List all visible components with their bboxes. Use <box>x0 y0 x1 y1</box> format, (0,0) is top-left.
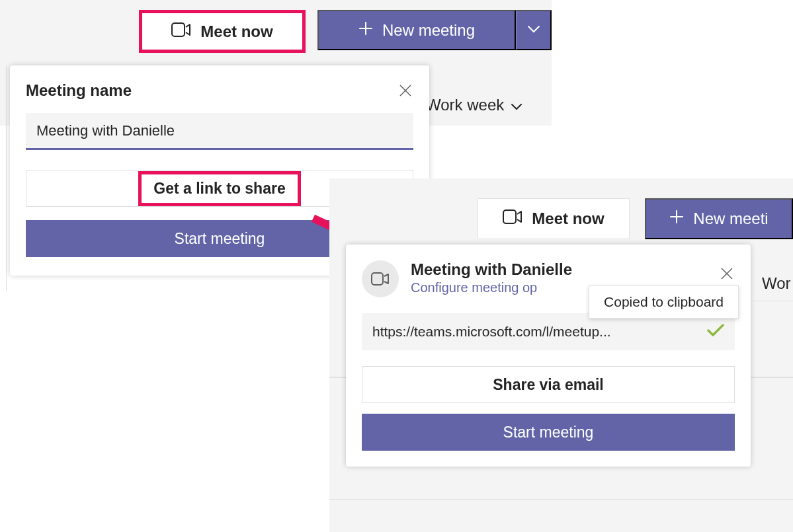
meeting-link-text: https://teams.microsoft.com/l/meetup... <box>372 324 700 340</box>
work-week-label: Work week <box>426 96 504 114</box>
meeting-name-input[interactable] <box>26 113 413 150</box>
grid-line <box>0 66 7 291</box>
work-week-selector[interactable]: Work week <box>426 96 522 114</box>
meet-now-button-highlighted[interactable]: Meet now <box>139 10 306 53</box>
copied-tooltip: Copied to clipboard <box>589 285 739 319</box>
plus-icon <box>669 209 684 228</box>
grid-line <box>753 301 793 301</box>
popup-header: Meeting with Danielle Configure meeting … <box>362 260 735 297</box>
start-meeting-button[interactable]: Start meeting <box>362 414 735 451</box>
close-button[interactable] <box>397 83 413 98</box>
popup-title: Meeting name <box>26 81 132 100</box>
video-icon <box>171 22 191 41</box>
new-meeting-dropdown[interactable] <box>516 10 552 50</box>
video-icon-circle <box>362 260 399 297</box>
plus-icon <box>358 21 373 40</box>
meet-now-label: Meet now <box>200 22 272 41</box>
meet-now-label: Meet now <box>532 209 604 228</box>
new-meeting-label: New meeting <box>382 21 475 40</box>
meet-now-button[interactable]: Meet now <box>478 198 630 239</box>
start-meeting-label: Start meeting <box>175 230 265 248</box>
chevron-down-icon <box>511 96 522 114</box>
svg-rect-2 <box>372 273 383 285</box>
share-email-label: Share via email <box>493 376 604 394</box>
start-meeting-label: Start meeting <box>503 424 594 441</box>
svg-rect-1 <box>503 210 516 223</box>
check-icon <box>707 324 724 340</box>
share-link-popup: Meeting with Danielle Configure meeting … <box>346 245 751 467</box>
close-button[interactable] <box>719 266 735 282</box>
svg-rect-0 <box>172 23 185 36</box>
meeting-title: Meeting with Danielle <box>411 260 735 279</box>
popup-header: Meeting name <box>26 81 413 100</box>
share-via-email-button[interactable]: Share via email <box>362 366 735 403</box>
work-week-label-cropped: Wor <box>762 274 791 293</box>
grid-line <box>329 499 793 500</box>
chevron-down-icon <box>527 25 540 35</box>
get-link-label: Get a link to share <box>138 171 300 206</box>
video-icon <box>503 209 522 228</box>
new-meeting-button[interactable]: New meeting <box>317 10 516 50</box>
new-meeting-button[interactable]: New meeti <box>645 198 793 239</box>
meeting-link-box[interactable]: https://teams.microsoft.com/l/meetup... <box>362 313 735 350</box>
new-meeting-label: New meeti <box>693 209 768 228</box>
